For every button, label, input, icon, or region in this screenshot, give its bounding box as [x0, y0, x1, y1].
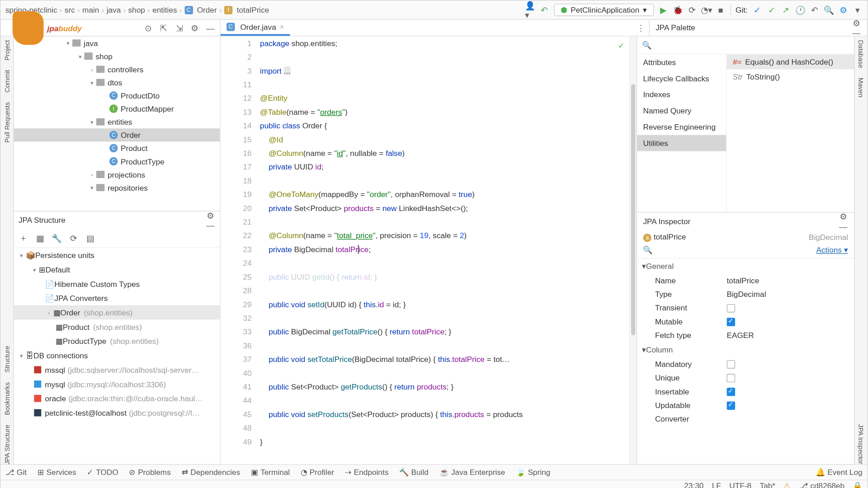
status-tab[interactable]: Tab* [760, 482, 775, 488]
line-gutter: 1231112131415161718192021222324252829323… [221, 37, 260, 465]
mandatory-checkbox[interactable] [727, 360, 736, 369]
tool-build[interactable]: 🔨 Build [399, 468, 429, 477]
debug-icon[interactable]: 🐞 [673, 5, 682, 14]
code-body[interactable]: package shop.entities; import ... @Entit… [260, 37, 629, 465]
tool-java-ee[interactable]: ☕ Java Enterprise [439, 468, 505, 477]
gear-icon[interactable]: ⚙ [190, 23, 199, 33]
git-push-icon[interactable]: ↗ [781, 5, 791, 14]
add-icon[interactable]: ＋ [19, 233, 28, 243]
jpa-buddy-logo: jpabuddy [13, 11, 82, 45]
project-tree[interactable]: ▾java ▾shop ›controllers ▾dtos CProductD… [14, 37, 220, 211]
tool-services[interactable]: ⊞ Services [38, 468, 76, 477]
insertable-checkbox[interactable] [727, 387, 736, 396]
right-tool-rail: Database Maven JPA Inspector [854, 37, 867, 465]
rail-bookmarks[interactable]: Bookmarks [3, 382, 10, 415]
tool-endpoints[interactable]: ⇢ Endpoints [345, 468, 388, 477]
collapse-all-icon[interactable]: ⇲ [175, 23, 184, 33]
tool-todo[interactable]: ✓ TODO [87, 468, 118, 477]
refresh-icon[interactable]: ⟳ [69, 233, 78, 243]
hide-icon[interactable]: — [839, 221, 848, 231]
inspection-ok-icon[interactable]: ✓ [618, 39, 625, 52]
git-history-icon[interactable]: 🕐 [796, 5, 805, 14]
wrench-icon[interactable]: 🔧 [52, 233, 61, 243]
status-encoding[interactable]: UTF-8 [729, 482, 751, 488]
tool-profiler[interactable]: ◔ Profiler [301, 468, 334, 477]
tool-dependencies[interactable]: ⇄ Dependencies [182, 468, 241, 477]
status-pos[interactable]: 23:30 [684, 482, 703, 488]
add-config-icon[interactable]: 👤▾ [525, 5, 535, 14]
run-icon[interactable]: ▶ [659, 5, 668, 14]
expand-all-icon[interactable]: ⇱ [159, 23, 169, 33]
tab-menu-icon[interactable]: ⋮ [636, 23, 646, 33]
jpa-palette-title: JPA Palette [656, 23, 695, 33]
tool-spring[interactable]: 🍃 Spring [516, 468, 550, 477]
jpa-structure-title: JPA Structure [19, 216, 66, 225]
hide-icon[interactable]: — [206, 220, 215, 230]
rail-maven[interactable]: Maven [857, 78, 864, 98]
updatable-checkbox[interactable] [727, 401, 736, 410]
editor-scrollbar[interactable] [629, 37, 637, 465]
back-icon[interactable]: ↶ [540, 5, 549, 14]
code-editor[interactable]: 1231112131415161718192021222324252829323… [221, 37, 637, 465]
gear-icon[interactable]: ⚙ [852, 18, 861, 28]
mutable-checkbox[interactable] [727, 318, 736, 326]
left-tool-rail: Project Commit Pull Requests Structure B… [0, 37, 14, 465]
coverage-icon[interactable]: ⟳ [687, 5, 697, 14]
jpa-inspector-title: JPA Inspector [643, 217, 690, 226]
palette-cat-named-query[interactable]: Named Query [637, 103, 726, 119]
editor-tab-order[interactable]: COrder.java × [221, 20, 290, 35]
palette-search[interactable]: 🔍 [637, 37, 854, 55]
lock-icon[interactable]: 🔒 [853, 482, 862, 488]
inspector-actions[interactable]: Actions ▾ [816, 245, 848, 254]
rail-project[interactable]: Project [3, 40, 10, 61]
settings-icon[interactable]: ⚙ [839, 5, 848, 14]
palette-cat-utilities[interactable]: Utilities [637, 135, 726, 151]
inspector-section-column[interactable]: ▾ Column [637, 343, 854, 357]
tool-problems[interactable]: ⊘ Problems [129, 468, 170, 477]
tool-terminal[interactable]: ▣ Terminal [251, 468, 290, 477]
rail-pull-requests[interactable]: Pull Requests [3, 102, 10, 143]
rail-commit[interactable]: Commit [3, 70, 10, 93]
stop-icon[interactable]: ■ [716, 5, 725, 14]
calendar-icon[interactable]: ▤ [85, 233, 95, 243]
gear-icon[interactable]: ⚙ [206, 211, 215, 220]
profiler-icon[interactable]: ◔▾ [702, 5, 711, 14]
palette-item-tostring[interactable]: StrToString() [727, 69, 854, 84]
tool-git[interactable]: ⎇ Git [5, 468, 27, 477]
transient-checkbox[interactable] [727, 304, 736, 312]
hide-icon[interactable]: — [206, 23, 215, 33]
run-config-selector[interactable]: ⬢PetClinicApplication▾ [554, 4, 654, 16]
rail-structure[interactable]: Structure [3, 346, 10, 372]
rail-jpa-structure[interactable]: JPA Structure [3, 424, 10, 464]
search-icon[interactable]: 🔍 [824, 5, 834, 14]
close-icon[interactable]: × [280, 23, 284, 31]
status-bar: 23:30 LF UTF-8 Tab* ⚠ ⎇ cd8268eb 🔒 [0, 480, 867, 488]
event-log[interactable]: 🔔 Event Log [816, 468, 863, 477]
tree-item-order: COrder [14, 128, 220, 141]
inspector-section-general[interactable]: ▾ General [637, 258, 854, 273]
ide-updates-icon[interactable]: ▾ [853, 5, 862, 14]
palette-cat-indexes[interactable]: Indexes [637, 87, 726, 103]
status-branch[interactable]: ⎇ cd8268eb [799, 482, 844, 488]
hide-icon[interactable]: — [852, 28, 861, 37]
diagram-icon[interactable]: ▦ [35, 233, 45, 243]
palette-cat-lifecycle[interactable]: Lifecycle Callbacks [637, 70, 726, 87]
rail-jpa-inspector[interactable]: JPA Inspector [857, 424, 864, 465]
git-update-icon[interactable]: ✓ [752, 5, 762, 14]
select-opened-icon[interactable]: ⊙ [143, 23, 153, 33]
jpa-structure-tree[interactable]: ▾📦 Persistence units ▾⊞ Default 📄 Hibern… [14, 248, 220, 465]
rail-database[interactable]: Database [857, 40, 864, 68]
palette-cat-reverse[interactable]: Reverse Engineering [637, 119, 726, 135]
git-label: Git: [736, 5, 748, 14]
bottom-toolbar: ⎇ Git ⊞ Services ✓ TODO ⊘ Problems ⇄ Dep… [0, 464, 867, 479]
git-commit-icon[interactable]: ✓ [767, 5, 776, 14]
struct-order: ›▦ Order (shop.entities) [14, 305, 220, 320]
git-rollback-icon[interactable]: ↶ [810, 5, 819, 14]
unique-checkbox[interactable] [727, 374, 736, 382]
palette-item-equals[interactable]: #=Equals() and HashCode() [727, 54, 854, 69]
status-lf[interactable]: LF [712, 482, 721, 488]
gear-icon[interactable]: ⚙ [839, 212, 848, 221]
palette-cat-attributes[interactable]: Attributes [637, 54, 726, 70]
